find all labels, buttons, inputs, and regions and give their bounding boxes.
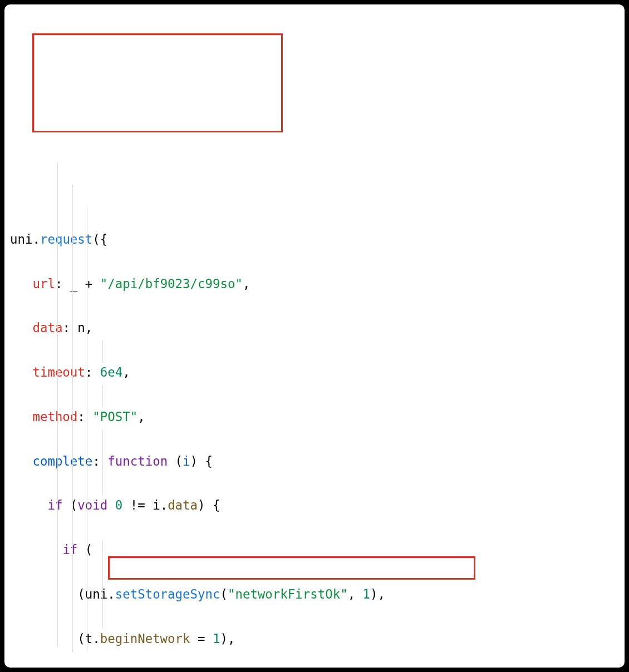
code-line: timeout: 6e4,	[10, 362, 619, 384]
code-line: uni.request({	[10, 229, 619, 251]
code-line: method: "POST",	[10, 406, 619, 428]
code-window: uni.request({ url: _ + "/api/bf9023/c99s…	[4, 4, 625, 668]
code-line: url: _ + "/api/bf9023/c99so",	[10, 273, 619, 295]
code-line: complete: function (i) {	[10, 451, 619, 473]
code-line: if (	[10, 539, 619, 561]
code-line: (uni.setStorageSync("networkFirstOk", 1)…	[10, 584, 619, 606]
code-line: (t.beginNetwork = 1),	[10, 628, 619, 650]
code-line: if (void 0 != i.data) {	[10, 495, 619, 517]
code-block: uni.request({ url: _ + "/api/bf9023/c99s…	[10, 7, 619, 668]
code-line: data: n,	[10, 317, 619, 339]
